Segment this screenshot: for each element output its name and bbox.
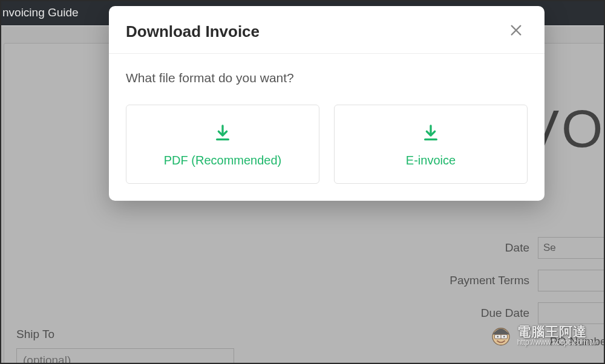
close-button[interactable]	[505, 21, 528, 42]
option-pdf[interactable]: PDF (Recommended)	[126, 105, 319, 184]
modal-question: What file format do you want?	[126, 71, 528, 85]
option-pdf-label: PDF (Recommended)	[164, 154, 282, 167]
invoicing-guide-link[interactable]: nvoicing Guide	[2, 6, 79, 19]
option-einvoice-label: E-invoice	[406, 154, 456, 167]
watermark-url: http://www.kocpc.com.tw	[517, 339, 597, 346]
modal-title: Download Invoice	[126, 22, 260, 41]
watermark: 電腦王阿達 http://www.kocpc.com.tw	[488, 323, 597, 348]
option-einvoice[interactable]: E-invoice	[334, 105, 528, 184]
download-invoice-modal: Download Invoice What file format do you…	[109, 6, 544, 201]
download-icon	[421, 123, 440, 143]
download-options: PDF (Recommended) E-invoice	[126, 105, 528, 184]
modal-body: What file format do you want? PDF (Recom…	[109, 54, 544, 201]
watermark-text-block: 電腦王阿達 http://www.kocpc.com.tw	[517, 325, 597, 346]
svg-point-3	[497, 336, 498, 337]
watermark-title: 電腦王阿達	[517, 325, 597, 339]
watermark-face-icon	[488, 323, 514, 348]
close-icon	[509, 24, 523, 37]
svg-point-4	[503, 336, 505, 337]
modal-header: Download Invoice	[109, 6, 544, 54]
download-icon	[213, 123, 232, 143]
